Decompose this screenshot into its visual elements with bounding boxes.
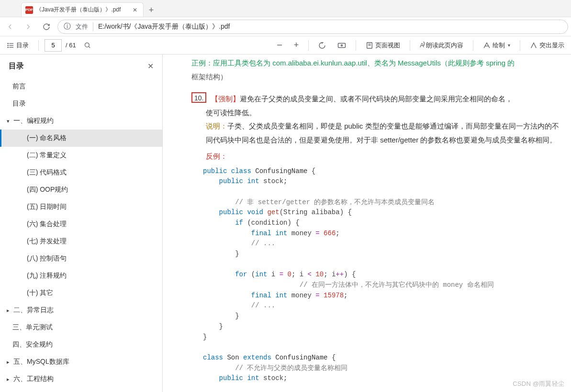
- svg-point-4: [8, 45, 8, 45]
- toolbar-separator: [38, 40, 39, 51]
- toolbar-separator: [473, 40, 473, 51]
- refresh-button[interactable]: [39, 19, 54, 34]
- highlight-label: 突出显示: [539, 41, 564, 50]
- tab-left-spacer: [0, 0, 21, 17]
- page-number-input[interactable]: [45, 39, 62, 52]
- url-path: E:/work/书/《Java开发手册（泰山版）》.pdf: [98, 22, 230, 31]
- search-button[interactable]: [80, 38, 95, 53]
- draw-button[interactable]: 绘制 ▾: [479, 38, 514, 53]
- page-view-button[interactable]: 页面视图: [362, 38, 404, 53]
- expand-icon[interactable]: ▾: [5, 118, 11, 124]
- highlight-button[interactable]: 突出显示: [526, 38, 568, 53]
- svg-rect-8: [338, 43, 346, 47]
- fanli-label: 反例：: [206, 150, 560, 163]
- rule-number: 10.: [191, 92, 206, 103]
- toolbar-separator: [308, 40, 309, 51]
- content-topcut2: 框架结构）: [191, 70, 560, 84]
- info-icon[interactable]: ⓘ: [64, 22, 71, 31]
- browser-tab-strip: PDF 《Java开发手册（泰山版）》.pdf ✕ +: [0, 0, 571, 17]
- chevron-down-icon: ▾: [508, 43, 510, 48]
- browser-tab-active[interactable]: PDF 《Java开发手册（泰山版）》.pdf ✕: [21, 2, 144, 17]
- fit-width-button[interactable]: [334, 38, 350, 53]
- toc-item[interactable]: (十) 其它: [0, 284, 162, 302]
- toc-item[interactable]: 目录: [0, 95, 162, 112]
- read-aloud-button[interactable]: A)) 朗读此页内容: [416, 38, 467, 53]
- toc-item[interactable]: ▸二、异常日志: [0, 302, 162, 319]
- expand-icon[interactable]: ▸: [5, 376, 11, 382]
- page-view-label: 页面视图: [375, 41, 400, 50]
- toc-item[interactable]: (五) 日期时间: [0, 198, 162, 216]
- read-aloud-label: 朗读此页内容: [426, 41, 463, 50]
- svg-line-7: [89, 46, 90, 48]
- expand-icon[interactable]: ▸: [5, 359, 11, 365]
- toc-item[interactable]: (三) 代码格式: [0, 164, 162, 181]
- url-divider: [93, 22, 93, 31]
- draw-label: 绘制: [493, 41, 505, 50]
- toc-item[interactable]: (九) 注释规约: [0, 267, 162, 284]
- svg-point-9: [341, 44, 343, 46]
- toolbar-separator: [356, 40, 356, 51]
- toc-item[interactable]: 三、单元测试: [0, 319, 162, 336]
- page-total: / 61: [66, 42, 76, 49]
- toc-item[interactable]: (六) 集合处理: [0, 216, 162, 233]
- rule-tag: 【强制】: [211, 95, 240, 103]
- tab-title: 《Java开发手册（泰山版）》.pdf: [36, 6, 128, 14]
- toc-item[interactable]: 四、安全规约: [0, 336, 162, 353]
- outline-close-button[interactable]: ✕: [147, 62, 154, 71]
- outline-sidebar: 目录 ✕ 前言 目录 ▾一、编程规约 (一) 命名风格 (二) 常量定义 (三)…: [0, 54, 163, 392]
- rule-10: 10. 【强制】避免在子父类的成员变量之间、或者不同代码块的局部变量之间采用完全…: [191, 92, 560, 384]
- toolbar-separator: [520, 40, 520, 51]
- code-block: public class ConfusingName { public int …: [203, 166, 560, 384]
- svg-point-3: [8, 43, 8, 44]
- address-bar[interactable]: ⓘ 文件 E:/work/书/《Java开发手册（泰山版）》.pdf: [57, 20, 568, 34]
- pdf-toolbar: 目录 / 61 − + 页面视图 A)) 朗读此页内容 绘制 ▾ 突出显示: [0, 36, 571, 54]
- toc-item[interactable]: (四) OOP规约: [0, 181, 162, 198]
- shuoming: 说明：子类、父类成员变量名相同，即使是 public 类型的变量也是能够通过编译…: [206, 120, 560, 147]
- close-tab-icon[interactable]: ✕: [131, 7, 139, 13]
- toc-item[interactable]: ▸五、MySQL数据库: [0, 353, 162, 370]
- rule-text-2: 使可读性降低。: [206, 106, 560, 120]
- toc-item[interactable]: 前言: [0, 78, 162, 95]
- pdf-icon: PDF: [25, 6, 33, 14]
- svg-point-5: [8, 47, 8, 47]
- toolbar-separator: [410, 40, 410, 51]
- nav-forward-button[interactable]: [21, 19, 35, 34]
- outline-title: 目录: [9, 61, 24, 71]
- main-split: 目录 ✕ 前言 目录 ▾一、编程规约 (一) 命名风格 (二) 常量定义 (三)…: [0, 54, 571, 392]
- toc-item[interactable]: (二) 常量定义: [0, 147, 162, 164]
- toc-item[interactable]: (七) 并发处理: [0, 233, 162, 250]
- zoom-in-button[interactable]: +: [290, 38, 303, 53]
- new-tab-button[interactable]: +: [145, 3, 158, 17]
- toc-item[interactable]: ▾一、编程规约: [0, 112, 162, 130]
- toc-item-active[interactable]: (一) 命名风格: [0, 130, 162, 147]
- toc-button[interactable]: 目录: [3, 38, 33, 53]
- rotate-button[interactable]: [314, 38, 330, 53]
- zoom-out-button[interactable]: −: [273, 38, 286, 53]
- url-row: ⓘ 文件 E:/work/书/《Java开发手册（泰山版）》.pdf: [0, 17, 571, 36]
- toc-item[interactable]: (八) 控制语句: [0, 250, 162, 267]
- content-topcut: 正例：应用工具类包名为 com.alibaba.ei.kunlun.aap.ut…: [191, 56, 560, 70]
- url-file-label: 文件: [76, 22, 88, 31]
- expand-icon[interactable]: ▸: [5, 307, 11, 314]
- toc-item[interactable]: ▸六、工程结构: [0, 370, 162, 388]
- toc-button-label: 目录: [16, 41, 29, 50]
- svg-point-6: [85, 43, 89, 47]
- nav-back-button[interactable]: [3, 19, 17, 34]
- pdf-content[interactable]: 正例：应用工具类包名为 com.alibaba.ei.kunlun.aap.ut…: [163, 54, 571, 392]
- outline-body[interactable]: 前言 目录 ▾一、编程规约 (一) 命名风格 (二) 常量定义 (三) 代码格式…: [0, 78, 162, 392]
- rule-text-1: 避免在子父类的成员变量之间、或者不同代码块的局部变量之间采用完全相同的命名，: [240, 95, 513, 103]
